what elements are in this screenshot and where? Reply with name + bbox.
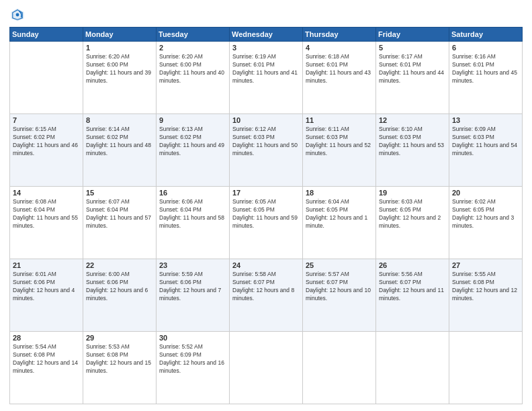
day-info: Sunrise: 6:09 AMSunset: 6:03 PMDaylight:… xyxy=(452,126,519,158)
day-number: 6 xyxy=(452,44,519,52)
day-info: Sunrise: 6:16 AMSunset: 6:01 PMDaylight:… xyxy=(452,53,519,85)
day-number: 16 xyxy=(159,189,226,197)
day-info: Sunrise: 6:04 AMSunset: 6:05 PMDaylight:… xyxy=(306,198,373,230)
day-info: Sunrise: 6:20 AMSunset: 6:00 PMDaylight:… xyxy=(159,53,226,85)
day-info: Sunrise: 6:11 AMSunset: 6:03 PMDaylight:… xyxy=(306,126,373,158)
day-number: 5 xyxy=(379,44,446,52)
weekday-header-thursday: Thursday xyxy=(303,28,376,42)
week-row-2: 7Sunrise: 6:15 AMSunset: 6:02 PMDaylight… xyxy=(10,114,523,187)
calendar-cell: 5Sunrise: 6:17 AMSunset: 6:01 PMDaylight… xyxy=(376,42,449,114)
day-number: 29 xyxy=(86,334,153,342)
calendar-cell: 19Sunrise: 6:03 AMSunset: 6:05 PMDayligh… xyxy=(376,187,449,259)
day-number: 23 xyxy=(159,261,226,269)
day-number: 20 xyxy=(452,189,519,197)
day-number: 7 xyxy=(13,116,80,124)
calendar-cell: 2Sunrise: 6:20 AMSunset: 6:00 PMDaylight… xyxy=(157,42,230,114)
logo xyxy=(9,7,28,23)
calendar-cell xyxy=(10,42,83,114)
calendar-cell: 10Sunrise: 6:12 AMSunset: 6:03 PMDayligh… xyxy=(230,114,303,187)
day-info: Sunrise: 5:53 AMSunset: 6:08 PMDaylight:… xyxy=(86,343,153,375)
calendar-cell: 11Sunrise: 6:11 AMSunset: 6:03 PMDayligh… xyxy=(303,114,376,187)
weekday-header-tuesday: Tuesday xyxy=(157,28,230,42)
calendar-cell: 3Sunrise: 6:19 AMSunset: 6:01 PMDaylight… xyxy=(230,42,303,114)
calendar-cell xyxy=(303,332,376,404)
day-info: Sunrise: 6:14 AMSunset: 6:02 PMDaylight:… xyxy=(86,126,153,158)
day-info: Sunrise: 5:58 AMSunset: 6:07 PMDaylight:… xyxy=(232,271,300,303)
week-row-4: 21Sunrise: 6:01 AMSunset: 6:06 PMDayligh… xyxy=(10,259,523,332)
day-info: Sunrise: 6:19 AMSunset: 6:01 PMDaylight:… xyxy=(232,53,300,85)
day-number: 11 xyxy=(306,116,373,124)
day-info: Sunrise: 6:02 AMSunset: 6:05 PMDaylight:… xyxy=(452,198,519,230)
day-info: Sunrise: 5:55 AMSunset: 6:08 PMDaylight:… xyxy=(452,271,519,303)
calendar-cell: 24Sunrise: 5:58 AMSunset: 6:07 PMDayligh… xyxy=(230,259,303,332)
calendar-cell: 12Sunrise: 6:10 AMSunset: 6:03 PMDayligh… xyxy=(376,114,449,187)
calendar-cell xyxy=(449,332,523,404)
day-info: Sunrise: 6:15 AMSunset: 6:02 PMDaylight:… xyxy=(13,126,80,158)
day-number: 21 xyxy=(13,261,80,269)
calendar-cell: 28Sunrise: 5:54 AMSunset: 6:08 PMDayligh… xyxy=(10,332,83,404)
day-number: 10 xyxy=(232,116,300,124)
day-info: Sunrise: 6:01 AMSunset: 6:06 PMDaylight:… xyxy=(13,271,80,303)
header xyxy=(9,7,523,23)
day-info: Sunrise: 6:13 AMSunset: 6:02 PMDaylight:… xyxy=(159,126,226,158)
day-info: Sunrise: 6:20 AMSunset: 6:00 PMDaylight:… xyxy=(86,53,153,85)
day-info: Sunrise: 6:10 AMSunset: 6:03 PMDaylight:… xyxy=(379,126,446,158)
calendar-cell: 21Sunrise: 6:01 AMSunset: 6:06 PMDayligh… xyxy=(10,259,83,332)
day-info: Sunrise: 5:57 AMSunset: 6:07 PMDaylight:… xyxy=(306,271,373,303)
day-info: Sunrise: 5:54 AMSunset: 6:08 PMDaylight:… xyxy=(13,343,80,375)
weekday-header-saturday: Saturday xyxy=(449,28,523,42)
calendar-cell: 25Sunrise: 5:57 AMSunset: 6:07 PMDayligh… xyxy=(303,259,376,332)
day-info: Sunrise: 6:08 AMSunset: 6:04 PMDaylight:… xyxy=(13,198,80,230)
calendar-cell: 4Sunrise: 6:18 AMSunset: 6:01 PMDaylight… xyxy=(303,42,376,114)
day-number: 17 xyxy=(232,189,300,197)
day-number: 1 xyxy=(86,44,153,52)
calendar-cell: 14Sunrise: 6:08 AMSunset: 6:04 PMDayligh… xyxy=(10,187,83,259)
day-number: 18 xyxy=(306,189,373,197)
day-info: Sunrise: 6:18 AMSunset: 6:01 PMDaylight:… xyxy=(306,53,373,85)
weekday-header-wednesday: Wednesday xyxy=(230,28,303,42)
svg-point-2 xyxy=(16,13,19,17)
day-number: 8 xyxy=(86,116,153,124)
weekday-header-friday: Friday xyxy=(376,28,449,42)
day-number: 27 xyxy=(452,261,519,269)
day-info: Sunrise: 6:12 AMSunset: 6:03 PMDaylight:… xyxy=(232,126,300,158)
calendar-cell: 26Sunrise: 5:56 AMSunset: 6:07 PMDayligh… xyxy=(376,259,449,332)
day-info: Sunrise: 5:59 AMSunset: 6:06 PMDaylight:… xyxy=(159,271,226,303)
day-info: Sunrise: 6:03 AMSunset: 6:05 PMDaylight:… xyxy=(379,198,446,230)
day-number: 26 xyxy=(379,261,446,269)
day-number: 9 xyxy=(159,116,226,124)
day-number: 25 xyxy=(306,261,373,269)
calendar-cell: 18Sunrise: 6:04 AMSunset: 6:05 PMDayligh… xyxy=(303,187,376,259)
day-number: 30 xyxy=(159,334,226,342)
calendar-table: SundayMondayTuesdayWednesdayThursdayFrid… xyxy=(9,27,523,404)
day-info: Sunrise: 6:17 AMSunset: 6:01 PMDaylight:… xyxy=(379,53,446,85)
calendar-cell: 13Sunrise: 6:09 AMSunset: 6:03 PMDayligh… xyxy=(449,114,523,187)
week-row-1: 1Sunrise: 6:20 AMSunset: 6:00 PMDaylight… xyxy=(10,42,523,114)
calendar-cell: 16Sunrise: 6:06 AMSunset: 6:04 PMDayligh… xyxy=(157,187,230,259)
calendar-cell: 27Sunrise: 5:55 AMSunset: 6:08 PMDayligh… xyxy=(449,259,523,332)
day-number: 22 xyxy=(86,261,153,269)
calendar-cell: 15Sunrise: 6:07 AMSunset: 6:04 PMDayligh… xyxy=(83,187,157,259)
day-info: Sunrise: 6:06 AMSunset: 6:04 PMDaylight:… xyxy=(159,198,226,230)
day-number: 28 xyxy=(13,334,80,342)
week-row-5: 28Sunrise: 5:54 AMSunset: 6:08 PMDayligh… xyxy=(10,332,523,404)
day-info: Sunrise: 5:52 AMSunset: 6:09 PMDaylight:… xyxy=(159,343,226,375)
calendar-cell: 8Sunrise: 6:14 AMSunset: 6:02 PMDaylight… xyxy=(83,114,157,187)
calendar-cell: 17Sunrise: 6:05 AMSunset: 6:05 PMDayligh… xyxy=(230,187,303,259)
calendar-cell: 23Sunrise: 5:59 AMSunset: 6:06 PMDayligh… xyxy=(157,259,230,332)
week-row-3: 14Sunrise: 6:08 AMSunset: 6:04 PMDayligh… xyxy=(10,187,523,259)
day-number: 2 xyxy=(159,44,226,52)
calendar-cell: 7Sunrise: 6:15 AMSunset: 6:02 PMDaylight… xyxy=(10,114,83,187)
day-number: 3 xyxy=(232,44,300,52)
calendar-cell: 22Sunrise: 6:00 AMSunset: 6:06 PMDayligh… xyxy=(83,259,157,332)
calendar-cell: 20Sunrise: 6:02 AMSunset: 6:05 PMDayligh… xyxy=(449,187,523,259)
day-number: 15 xyxy=(86,189,153,197)
day-number: 14 xyxy=(13,189,80,197)
day-number: 19 xyxy=(379,189,446,197)
calendar-cell xyxy=(376,332,449,404)
calendar-cell: 6Sunrise: 6:16 AMSunset: 6:01 PMDaylight… xyxy=(449,42,523,114)
page: SundayMondayTuesdayWednesdayThursdayFrid… xyxy=(0,0,532,411)
calendar-cell: 29Sunrise: 5:53 AMSunset: 6:08 PMDayligh… xyxy=(83,332,157,404)
calendar-cell xyxy=(230,332,303,404)
day-number: 12 xyxy=(379,116,446,124)
